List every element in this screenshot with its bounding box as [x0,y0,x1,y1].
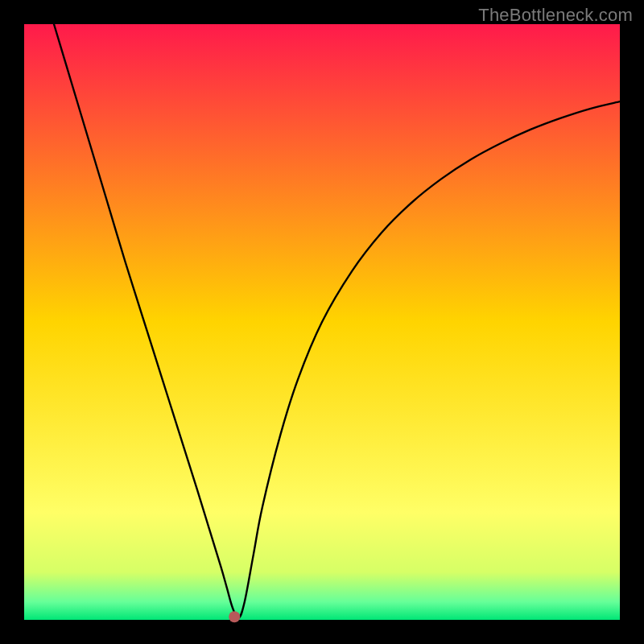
watermark-text: TheBottleneck.com [478,5,633,26]
chart-canvas [0,0,644,644]
optimal-point-marker [229,611,240,622]
bottleneck-chart: TheBottleneck.com [0,0,644,644]
